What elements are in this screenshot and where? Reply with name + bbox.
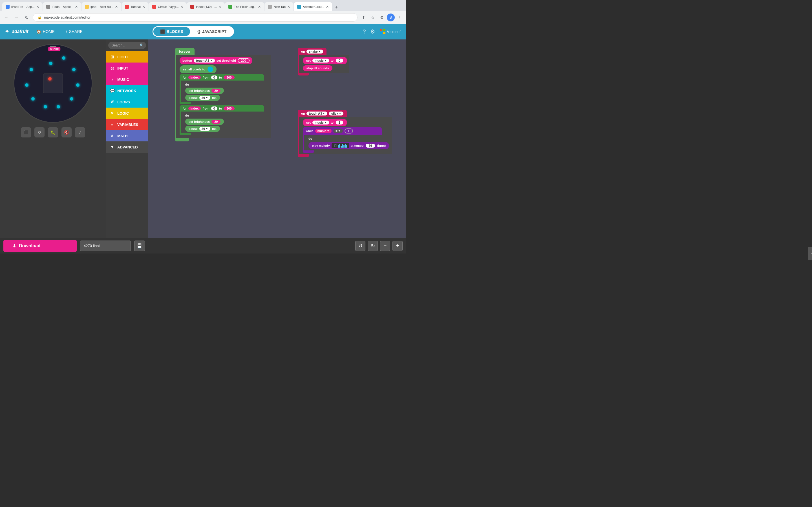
- bookmark-button[interactable]: ☆: [369, 13, 377, 21]
- extensions-button[interactable]: ⚙: [378, 13, 386, 21]
- javascript-mode-button[interactable]: {} JAVASCRIPT: [191, 27, 234, 36]
- redo-button[interactable]: ↻: [368, 241, 378, 251]
- save-button[interactable]: 💾: [134, 240, 145, 251]
- while-value[interactable]: 1: [345, 128, 353, 133]
- sidebar-item-advanced[interactable]: ▼ ADVANCED: [106, 142, 148, 153]
- sidebar-item-light[interactable]: ⊞ LIGHT: [106, 51, 148, 62]
- sidebar-item-math[interactable]: # MATH: [106, 130, 148, 142]
- button-touch-block[interactable]: button touch A3 ▼ set threshold 200: [180, 57, 252, 64]
- tab-ipad-pro[interactable]: iPad Pro – App... ✕: [2, 2, 43, 11]
- sidebar-item-variables[interactable]: ≡ VARIABLES: [106, 119, 148, 130]
- eq-dropdown[interactable]: = ▼: [333, 129, 343, 133]
- index-pill-2[interactable]: index: [188, 107, 201, 110]
- to-value-badge-1[interactable]: 300: [223, 75, 234, 79]
- tab-new-tab[interactable]: New Tab ✕: [264, 2, 294, 11]
- set-music-block[interactable]: set music ▼ to 0: [303, 57, 347, 64]
- share-page-button[interactable]: ⬆: [360, 13, 368, 21]
- forever-block[interactable]: forever: [175, 48, 195, 55]
- stop-button[interactable]: ⬛: [21, 127, 31, 137]
- zoom-out-button[interactable]: −: [380, 241, 390, 251]
- touch-a3-2-dropdown[interactable]: touch A3 ▼: [306, 112, 327, 115]
- set-all-pixels-block[interactable]: set all pixels to: [180, 65, 216, 73]
- mute-button[interactable]: 🔇: [61, 127, 71, 137]
- back-button[interactable]: ←: [2, 13, 10, 21]
- color-picker[interactable]: [207, 66, 213, 72]
- sidebar-item-network[interactable]: 💬 NETWORK: [106, 85, 148, 96]
- from-value-2[interactable]: 0: [211, 107, 217, 110]
- pause-block-1[interactable]: pause 20 ▼ ms: [185, 95, 220, 101]
- tab-close-icon[interactable]: ✕: [218, 5, 221, 9]
- click-dropdown[interactable]: click ▼: [329, 112, 343, 115]
- music-dropdown-shake[interactable]: music ▼: [312, 59, 329, 62]
- tab-label: Inbox (430) –...: [196, 5, 217, 8]
- search-icon[interactable]: 🔍: [140, 43, 144, 47]
- index-pill-1[interactable]: index: [188, 75, 201, 79]
- tab-close-icon[interactable]: ✕: [326, 5, 329, 9]
- tab-adafruit[interactable]: Adafruit Circu... ✕: [294, 2, 332, 11]
- fullscreen-button[interactable]: ⤢: [75, 127, 85, 137]
- for-loop-1-header[interactable]: for index from 0 to 300: [180, 74, 264, 80]
- to-value-badge-2[interactable]: 300: [223, 107, 234, 110]
- shake-dropdown[interactable]: shake ▼: [306, 50, 323, 54]
- pause-value-dropdown-2[interactable]: 20 ▼: [199, 127, 210, 131]
- tab-close-icon[interactable]: ✕: [115, 5, 118, 9]
- music-value-0[interactable]: 0: [335, 58, 344, 63]
- tab-ipads-apple[interactable]: iPads – Apple... ✕: [43, 2, 81, 11]
- tab-close-icon[interactable]: ✕: [258, 5, 261, 9]
- sidebar-item-input[interactable]: ◎ INPUT: [106, 62, 148, 74]
- profile-button[interactable]: B: [387, 13, 395, 21]
- threshold-value-badge[interactable]: 200: [238, 58, 250, 63]
- tab-close-icon[interactable]: ✕: [75, 5, 78, 9]
- help-icon[interactable]: ?: [363, 29, 366, 35]
- adafruit-logo[interactable]: ✦ adafruit: [4, 28, 29, 35]
- download-button[interactable]: ⬇ Download: [3, 240, 77, 252]
- tab-ipad-bestbuy[interactable]: ipad – Best Bu... ✕: [82, 2, 121, 11]
- set-music-1-block[interactable]: set music ▼ to 1: [303, 119, 347, 126]
- music-dropdown-while[interactable]: music ▼: [315, 129, 332, 133]
- home-button[interactable]: 🏠 HOME: [33, 27, 58, 36]
- set-brightness-block-2[interactable]: set brightness 20: [185, 119, 224, 125]
- zoom-in-button[interactable]: +: [393, 241, 403, 251]
- tab-circuit-playground[interactable]: Circuit Playgr... ✕: [149, 2, 187, 11]
- tab-close-icon[interactable]: ✕: [287, 5, 290, 9]
- tab-inbox[interactable]: Inbox (430) –... ✕: [187, 2, 225, 11]
- touch-a3-pill[interactable]: touch A3 ▼: [194, 59, 215, 62]
- restart-button[interactable]: ↺: [35, 127, 45, 137]
- reload-button[interactable]: ↻: [22, 13, 31, 21]
- tempo-value-badge[interactable]: 76: [365, 143, 375, 148]
- sidebar-item-music[interactable]: ♪ MUSIC: [106, 74, 148, 85]
- music-dropdown-2[interactable]: music ▼: [312, 121, 329, 124]
- tab-close-icon[interactable]: ✕: [36, 5, 39, 9]
- tab-close-icon[interactable]: ✕: [142, 5, 145, 9]
- set-brightness-block-1[interactable]: set brightness 20: [185, 88, 224, 94]
- project-name-input[interactable]: [80, 240, 131, 251]
- url-bar[interactable]: 🔒 makecode.adafruit.com/#editor: [33, 13, 357, 22]
- settings-icon[interactable]: ⚙: [370, 28, 375, 35]
- pause-value-dropdown-1[interactable]: 20 ▼: [199, 96, 210, 100]
- blocks-mode-button[interactable]: ⬛ BLOCKS: [153, 27, 190, 36]
- play-melody-block[interactable]: play melody 🎵: [308, 142, 389, 149]
- on-shake-header[interactable]: on shake ▼: [298, 48, 326, 55]
- blocks-canvas[interactable]: forever button touch A3 ▼ set threshold: [148, 40, 406, 238]
- from-value-1[interactable]: 0: [211, 75, 217, 79]
- tab-picklr[interactable]: The Picklr Log... ✕: [225, 2, 264, 11]
- stop-all-sounds-block[interactable]: stop all sounds: [303, 65, 333, 71]
- brightness-value-2[interactable]: 20: [211, 120, 220, 124]
- new-tab-button[interactable]: +: [333, 3, 340, 11]
- pause-block-2[interactable]: pause 20 ▼ ms: [185, 126, 220, 132]
- for-loop-2-header[interactable]: for index from 0 to 300: [180, 105, 264, 112]
- brightness-value-1[interactable]: 20: [211, 89, 220, 93]
- sidebar-item-loops[interactable]: ↺ LOOPS: [106, 96, 148, 108]
- sidebar-item-logic[interactable]: ✕ LOGIC: [106, 108, 148, 119]
- menu-button[interactable]: ⋮: [396, 13, 404, 21]
- tab-close-icon[interactable]: ✕: [181, 5, 183, 9]
- forward-button[interactable]: →: [12, 13, 20, 21]
- undo-button[interactable]: ↺: [355, 241, 365, 251]
- music-value-1[interactable]: 1: [335, 120, 344, 125]
- share-button[interactable]: ⟨ SHARE: [63, 27, 86, 36]
- on-touch-click-header[interactable]: on touch A3 ▼ click ▼: [298, 110, 347, 117]
- melody-icon[interactable]: 🎵: [332, 143, 349, 148]
- tab-tutorial[interactable]: Tutorial ✕: [121, 2, 149, 11]
- while-header[interactable]: while music ▼ = ▼ 1: [303, 127, 382, 135]
- debug-button[interactable]: 🐛: [48, 127, 58, 137]
